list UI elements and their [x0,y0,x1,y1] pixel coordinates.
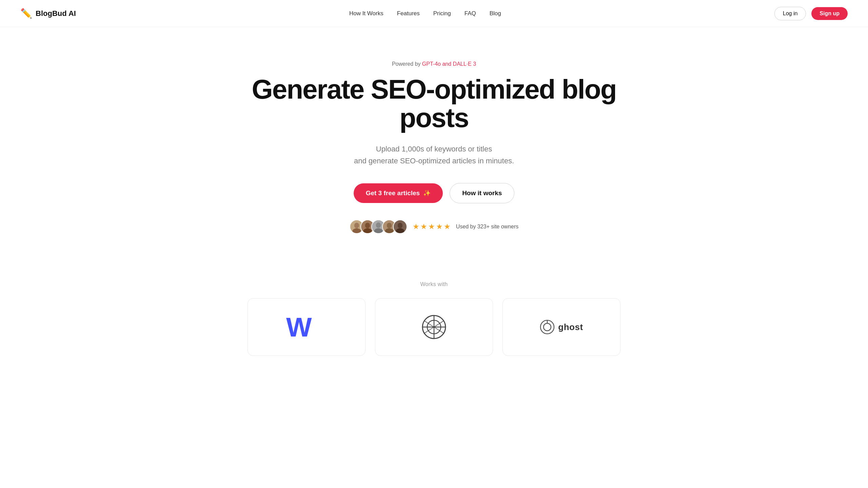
nav-links: How It Works Features Pricing FAQ Blog [349,10,501,17]
svg-point-23 [544,323,551,331]
cta-primary-label: Get 3 free articles [366,189,420,197]
svg-point-10 [387,223,391,228]
nav-link-features[interactable]: Features [397,10,420,17]
wordpress-logo [422,315,446,339]
platform-cards: W [248,298,620,356]
nav-link-pricing[interactable]: Pricing [433,10,451,17]
svg-point-4 [365,223,370,228]
svg-text:W: W [286,315,312,339]
ghost-logo: ghost [540,320,583,334]
star-1: ★ [413,222,419,231]
social-proof: ★ ★ ★ ★ ★ Used by 323+ site owners [350,220,519,234]
nav-actions: Log in Sign up [774,7,848,20]
navbar: ✏️ BlogBud AI How It Works Features Pric… [0,0,868,27]
hero-title: Generate SEO-optimized blog posts [248,75,620,132]
avatar-group [350,220,407,234]
hero-powered: Powered by GPT-4o and DALL·E 3 [392,61,476,67]
star-5: ★ [444,222,451,231]
hero-cta: Get 3 free articles ✨ How it works [354,183,515,203]
login-button[interactable]: Log in [774,7,806,20]
star-4: ★ [436,222,443,231]
social-proof-text: Used by 323+ site owners [456,224,519,230]
nav-logo[interactable]: ✏️ BlogBud AI [20,8,76,19]
platform-card-ghost: ghost [502,298,620,356]
svg-point-1 [354,223,359,228]
get-free-articles-button[interactable]: Get 3 free articles ✨ [354,183,443,203]
platform-card-wordpress [375,298,493,356]
star-3: ★ [428,222,435,231]
hero-powered-highlight: GPT-4o and DALL·E 3 [422,61,476,67]
works-with-section: Works with W [0,261,868,356]
how-it-works-button[interactable]: How it works [450,183,514,203]
platform-card-webflow: W [248,298,366,356]
star-rating: ★ ★ ★ ★ ★ [413,222,451,231]
nav-link-blog[interactable]: Blog [490,10,501,17]
nav-link-faq[interactable]: FAQ [465,10,476,17]
svg-point-13 [397,223,402,228]
ghost-text: ghost [558,322,583,332]
logo-text: BlogBud AI [36,9,76,18]
hero-section: Powered by GPT-4o and DALL·E 3 Generate … [0,27,868,261]
avatar [393,220,407,234]
signup-button[interactable]: Sign up [811,7,848,20]
svg-point-7 [376,223,380,228]
works-with-label: Works with [420,281,448,287]
star-2: ★ [420,222,427,231]
hero-subtitle: Upload 1,000s of keywords or titles and … [354,143,514,167]
nav-link-how-it-works[interactable]: How It Works [349,10,383,17]
cta-primary-icon: ✨ [423,189,431,197]
webflow-logo: W [286,315,327,339]
logo-icon: ✏️ [20,8,32,19]
